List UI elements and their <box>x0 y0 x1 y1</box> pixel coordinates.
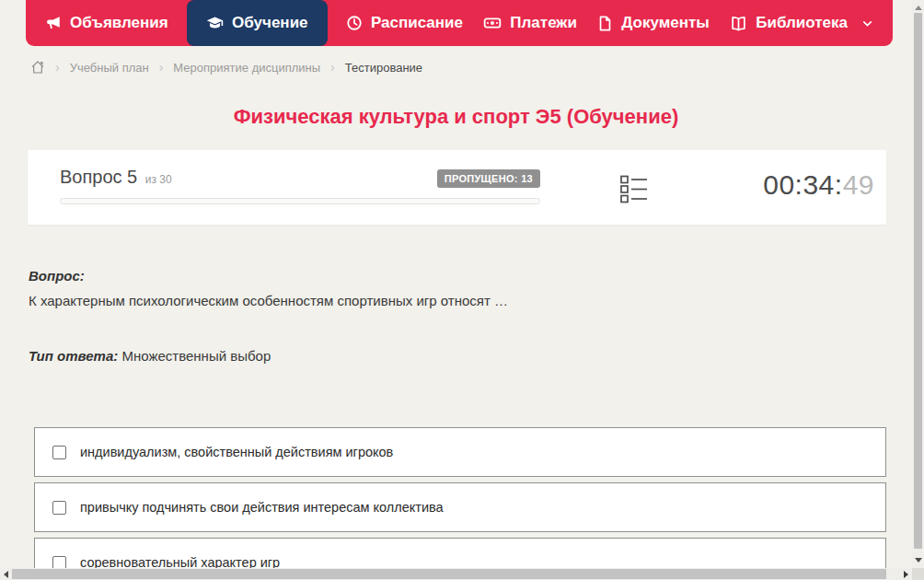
document-icon <box>597 16 613 31</box>
question-heading: Вопрос: <box>29 268 857 284</box>
scroll-down-arrow-icon[interactable] <box>915 558 922 563</box>
top-navigation: Объявления Обучение Расписание Платежи <box>26 0 893 46</box>
answer-option[interactable]: индивидуализм, свойственный действиям иг… <box>34 427 886 477</box>
answer-type-block: Тип ответа: Множественный выбор <box>29 348 271 364</box>
nav-item-payments[interactable]: Платежи <box>481 0 579 46</box>
scrollbar-corner <box>912 568 924 580</box>
answer-option[interactable]: привычку подчинять свои действия интерес… <box>34 482 886 532</box>
timer: 00:34:49 <box>763 169 874 201</box>
answer-option-label: привычку подчинять свои действия интерес… <box>80 500 444 515</box>
checkbox[interactable] <box>52 501 66 515</box>
nav-item-library[interactable]: Библиотека <box>728 0 875 46</box>
megaphone-icon <box>45 15 62 31</box>
banknote-icon <box>483 14 502 32</box>
clock-icon <box>346 15 363 31</box>
scroll-right-arrow-icon[interactable] <box>904 571 908 578</box>
quiz-page: Объявления Обучение Расписание Платежи <box>0 0 924 580</box>
skipped-badge: ПРОПУЩЕНО: 13 <box>437 169 540 188</box>
vertical-scrollbar-thumb[interactable] <box>914 13 922 549</box>
question-list-icon[interactable] <box>620 174 648 208</box>
page-title: Физическая культура и спорт Э5 (Обучение… <box>0 105 912 129</box>
nav-item-label: Обучение <box>232 14 307 32</box>
scroll-left-arrow-icon[interactable] <box>4 571 8 578</box>
question-header-card: Вопрос 5 из 30 ПРОПУЩЕНО: 13 00:34:49 <box>28 150 886 225</box>
chevron-down-icon <box>861 17 873 29</box>
horizontal-scrollbar[interactable] <box>0 568 912 580</box>
breadcrumb-separator: › <box>55 60 60 75</box>
breadcrumb-separator: › <box>330 60 335 75</box>
progress-bar <box>60 198 540 204</box>
breadcrumb-item-discipline-event[interactable]: Мероприятие дисциплины <box>173 61 320 75</box>
breadcrumb-separator: › <box>159 60 164 75</box>
nav-item-label: Библиотека <box>756 14 848 32</box>
answer-option[interactable]: соревновательный характер игр <box>34 538 886 568</box>
timer-hours-minutes: 00:34: <box>763 169 842 200</box>
answer-option-label: соревновательный характер игр <box>80 555 280 568</box>
answer-option-label: индивидуализм, свойственный действиям иг… <box>80 445 393 459</box>
breadcrumb-item-curriculum[interactable]: Учебный план <box>70 61 149 75</box>
breadcrumb: › Учебный план › Мероприятие дисциплины … <box>30 58 422 76</box>
question-progress-area: Вопрос 5 из 30 ПРОПУЩЕНО: 13 <box>60 167 540 204</box>
nav-item-learning[interactable]: Обучение <box>187 0 327 46</box>
nav-item-label: Документы <box>621 14 710 32</box>
answer-type-value: Множественный выбор <box>121 348 271 364</box>
nav-item-label: Расписание <box>371 14 463 32</box>
nav-item-label: Объявления <box>70 14 168 32</box>
answer-type-label: Тип ответа: <box>29 348 118 364</box>
nav-item-label: Платежи <box>510 14 577 32</box>
horizontal-scrollbar-thumb[interactable] <box>12 569 886 579</box>
vertical-scrollbar[interactable] <box>912 0 924 568</box>
home-icon[interactable] <box>30 60 45 75</box>
checkbox[interactable] <box>52 446 66 459</box>
answer-options: индивидуализм, свойственный действиям иг… <box>34 427 886 568</box>
breadcrumb-item-testing: Тестирование <box>345 61 422 75</box>
nav-item-documents[interactable]: Документы <box>595 0 711 46</box>
scroll-up-arrow-icon[interactable] <box>915 6 922 10</box>
page-content: Объявления Обучение Расписание Платежи <box>0 0 912 568</box>
nav-item-schedule[interactable]: Расписание <box>344 0 465 46</box>
checkbox[interactable] <box>52 556 66 569</box>
open-book-icon <box>730 15 747 32</box>
question-total: из 30 <box>145 173 172 186</box>
question-counter: Вопрос 5 из 30 <box>60 167 172 188</box>
graduation-cap-icon <box>206 15 224 32</box>
question-number: Вопрос 5 <box>60 167 137 187</box>
timer-seconds: 49 <box>843 169 874 200</box>
question-text: К характерным психологическим особенност… <box>29 293 857 308</box>
question-block: Вопрос: К характерным психологическим ос… <box>29 268 857 308</box>
nav-item-announcements[interactable]: Объявления <box>43 0 170 46</box>
